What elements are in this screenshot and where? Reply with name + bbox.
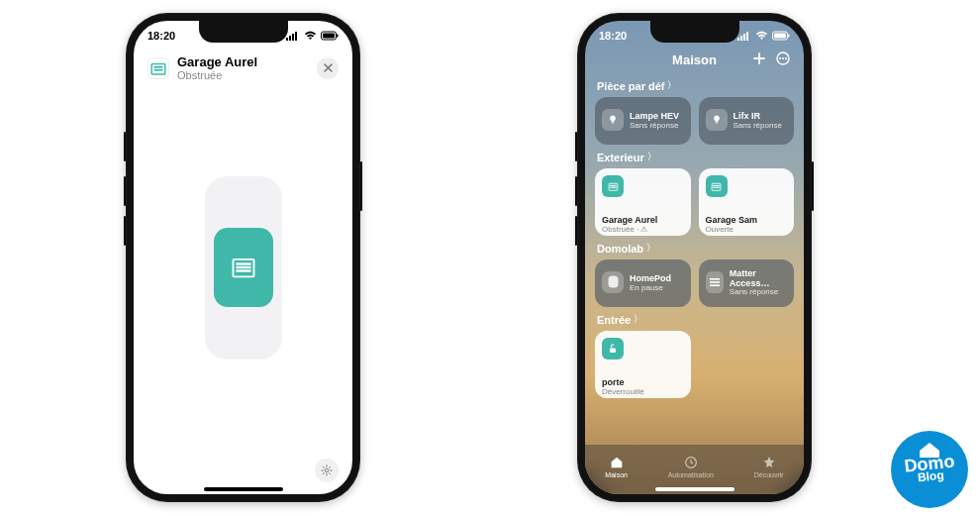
svg-point-14: [325, 468, 329, 472]
status-time: 18:20: [599, 30, 627, 42]
screen-left: 18:20 Garage Aurel Obstruée: [134, 21, 352, 494]
svg-rect-5: [323, 34, 335, 39]
section-exterior[interactable]: Exterieur〉: [597, 151, 792, 163]
accessory-icon: [147, 57, 169, 79]
section-default-room[interactable]: Pièce par déf〉: [597, 79, 792, 92]
home-header-actions: [752, 52, 790, 68]
more-button[interactable]: [776, 52, 790, 68]
warning-icon: ⚠︎: [640, 226, 647, 235]
close-button[interactable]: [317, 57, 339, 79]
home-indicator: [204, 487, 283, 491]
tab-automation[interactable]: Automatisation: [668, 455, 714, 478]
close-icon: [324, 63, 333, 72]
star-icon: [761, 455, 777, 470]
bulb-icon: [602, 109, 624, 131]
detail-titles: Garage Aurel Obstruée: [177, 54, 257, 81]
svg-rect-20: [774, 34, 786, 39]
house-icon: [609, 455, 625, 470]
accessory-slider[interactable]: [205, 176, 282, 360]
ellipsis-circle-icon: [776, 52, 790, 65]
phone-frame-left: 18:20 Garage Aurel Obstruée: [126, 13, 360, 502]
chevron-right-icon: 〉: [634, 313, 642, 326]
phone-frame-right: 18:20 Maison Pièce par déf〉 Lampe HEVSan…: [577, 13, 812, 502]
svg-rect-11: [236, 262, 250, 264]
tile-lampe-hev[interactable]: Lampe HEVSans réponse: [595, 97, 691, 145]
bulb-icon: [706, 109, 728, 131]
accessory-slider-thumb: [214, 228, 273, 307]
battery-icon: [321, 31, 339, 41]
svg-rect-37: [710, 284, 720, 286]
svg-rect-38: [610, 349, 616, 354]
garage-door-icon: [706, 175, 728, 197]
svg-rect-3: [295, 32, 297, 41]
svg-rect-21: [788, 35, 790, 38]
svg-rect-33: [713, 186, 720, 187]
tile-homepod[interactable]: HomePodEn pause: [595, 259, 691, 307]
signal-icon: [737, 31, 751, 41]
tile-garage-sam[interactable]: Garage Sam Ouverte: [699, 168, 795, 236]
detail-title: Garage Aurel: [177, 54, 257, 69]
garage-door-icon: [602, 175, 624, 197]
svg-rect-34: [608, 276, 618, 288]
tab-home[interactable]: Maison: [605, 455, 628, 478]
svg-rect-35: [710, 278, 720, 280]
status-icons: [286, 31, 339, 41]
signal-icon: [286, 31, 300, 41]
garage-door-icon-large: [230, 254, 257, 281]
list-icon: [706, 271, 724, 293]
detail-subtitle: Obstruée: [177, 69, 257, 81]
tile-matter-accessory[interactable]: Matter Access…Sans réponse: [699, 259, 795, 307]
svg-rect-13: [236, 269, 250, 271]
status-icons: [737, 31, 790, 41]
tab-discover[interactable]: Découvrir: [754, 455, 784, 478]
clock-icon: [683, 455, 699, 470]
svg-point-25: [785, 57, 787, 59]
gear-icon: [320, 464, 334, 477]
detail-header: Garage Aurel Obstruée: [134, 51, 352, 89]
svg-rect-0: [286, 38, 288, 41]
status-time: 18:20: [147, 30, 175, 42]
svg-rect-26: [612, 122, 615, 123]
section-domolab[interactable]: Domolab〉: [597, 242, 792, 255]
brand-logo: DomoBlog: [891, 431, 968, 508]
svg-rect-12: [236, 266, 250, 268]
tile-porte[interactable]: porte Déverrouillé: [595, 331, 691, 398]
brand-text: DomoBlog: [903, 455, 955, 485]
battery-icon: [772, 31, 790, 41]
garage-door-icon: [149, 59, 167, 77]
notch: [199, 21, 288, 43]
svg-rect-15: [737, 38, 739, 41]
svg-rect-27: [715, 122, 718, 123]
svg-rect-8: [154, 65, 163, 67]
wifi-icon: [755, 31, 768, 41]
svg-rect-18: [746, 32, 748, 41]
home-title[interactable]: Maison: [672, 52, 717, 67]
svg-rect-32: [713, 184, 720, 185]
homepod-icon: [602, 271, 624, 293]
plus-icon: [752, 52, 766, 65]
home-header: Maison: [585, 51, 804, 73]
svg-rect-1: [289, 36, 291, 41]
screen-right: 18:20 Maison Pièce par déf〉 Lampe HEVSan…: [585, 21, 804, 494]
svg-rect-30: [610, 186, 617, 187]
section-entry[interactable]: Entrée〉: [597, 313, 792, 326]
wifi-icon: [304, 31, 317, 41]
chevron-right-icon: 〉: [647, 151, 656, 163]
notch: [650, 21, 739, 43]
accessory-control-area: [134, 89, 352, 446]
svg-point-23: [779, 57, 781, 59]
svg-rect-2: [292, 34, 294, 41]
svg-point-24: [782, 57, 784, 59]
home-indicator: [655, 487, 735, 491]
svg-rect-6: [337, 35, 339, 38]
home-body: Pièce par déf〉 Lampe HEVSans réponse Lif…: [585, 73, 804, 398]
add-button[interactable]: [752, 52, 766, 68]
tile-lifx-ir[interactable]: Lifx IRSans réponse: [699, 97, 795, 145]
unlock-icon: [602, 338, 624, 360]
svg-rect-16: [740, 36, 742, 41]
tile-garage-aurel[interactable]: Garage Aurel Obstruée ·⚠︎: [595, 168, 691, 236]
svg-rect-17: [743, 34, 745, 41]
svg-rect-36: [710, 281, 720, 283]
chevron-right-icon: 〉: [646, 242, 655, 255]
settings-button[interactable]: [315, 459, 339, 482]
